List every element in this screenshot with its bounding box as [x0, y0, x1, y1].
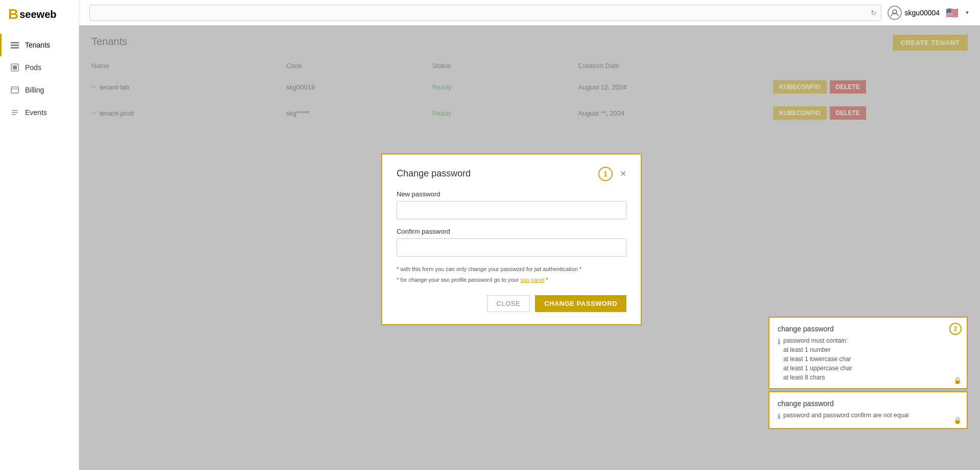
search-bar-container: ↻	[89, 5, 881, 21]
notif1-step-badge: 2	[949, 323, 962, 335]
sidebar-item-tenants-label: Tenants	[25, 41, 50, 49]
sidebar-item-billing-label: Billing	[25, 86, 44, 94]
form-note1: * with this form you can only change you…	[396, 265, 626, 274]
notif1-body: ℹ password must contain:at least 1 numbe…	[778, 336, 959, 382]
notification-area: change password ℹ password must contain:…	[768, 317, 968, 429]
sidebar-nav: Tenants Pods Billing Events	[0, 34, 79, 124]
confirm-password-label: Confirm password	[396, 228, 626, 235]
logo-area: Bseeweb	[0, 0, 79, 29]
close-modal-button[interactable]: CLOSE	[487, 295, 530, 312]
info-icon-1: ℹ	[778, 337, 780, 347]
info-icon-2: ℹ	[778, 411, 780, 422]
sso-panel-link[interactable]: sso panel	[520, 277, 544, 283]
username-label: skgu00004	[905, 9, 940, 17]
svg-rect-5	[11, 87, 18, 93]
content-area: Tenants CREATE TENANT Name Code Status C…	[79, 26, 980, 470]
sidebar: Bseeweb Tenants Pods Billing Events	[0, 0, 79, 470]
modal-step-badge: 1	[598, 167, 613, 181]
modal-header: Change password 1 ✕	[396, 167, 626, 181]
notif2-title: change password	[778, 399, 959, 408]
flag-dropdown-icon[interactable]: ▼	[965, 10, 970, 15]
pods-icon	[10, 62, 20, 73]
svg-rect-1	[11, 44, 19, 46]
sidebar-item-tenants[interactable]: Tenants	[0, 34, 79, 56]
user-info[interactable]: skgu00004	[888, 6, 940, 20]
modal-close-x-button[interactable]: ✕	[620, 169, 626, 178]
notif2-body: ℹ password and password confirm are not …	[778, 411, 959, 422]
change-password-button[interactable]: CHANGE PASSWORD	[535, 295, 626, 312]
billing-icon	[10, 85, 20, 95]
topbar: ↻ skgu00004 🇺🇸 ▼	[79, 0, 980, 26]
svg-rect-4	[13, 65, 17, 70]
new-password-label: New password	[396, 190, 626, 198]
sidebar-item-events[interactable]: Events	[0, 101, 79, 124]
sidebar-item-pods[interactable]: Pods	[0, 56, 79, 79]
change-password-modal: Change password 1 ✕ New password Confirm…	[381, 153, 642, 325]
refresh-icon[interactable]: ↻	[871, 9, 877, 17]
logo-seeweb: seeweb	[19, 9, 56, 20]
sidebar-item-pods-label: Pods	[25, 63, 41, 72]
flag-icon[interactable]: 🇺🇸	[946, 7, 959, 19]
modal-actions: CLOSE CHANGE PASSWORD	[396, 295, 626, 312]
notif1-title: change password	[778, 325, 959, 333]
new-password-group: New password	[396, 190, 626, 219]
lock-icon-2: 🔒	[953, 416, 962, 424]
sidebar-item-events-label: Events	[25, 108, 47, 117]
confirm-password-input[interactable]	[396, 238, 626, 257]
topbar-right: skgu00004 🇺🇸 ▼	[888, 6, 970, 20]
svg-rect-2	[11, 47, 19, 49]
form-note2: * for change your sso profile password g…	[396, 276, 626, 285]
logo: Bseeweb	[8, 6, 71, 23]
new-password-input[interactable]	[396, 201, 626, 219]
notification-panel-2: change password ℹ password and password …	[768, 391, 968, 429]
notification-panel-1: change password ℹ password must contain:…	[768, 317, 968, 389]
user-avatar-icon	[888, 6, 902, 20]
main-area: ↻ skgu00004 🇺🇸 ▼ Tenants CREATE TENANT N…	[79, 0, 980, 470]
sidebar-item-billing[interactable]: Billing	[0, 79, 79, 101]
modal-header-right: 1 ✕	[598, 167, 626, 181]
tenants-icon	[10, 40, 20, 50]
svg-rect-0	[11, 42, 19, 43]
search-input[interactable]	[95, 9, 876, 16]
modal-title: Change password	[396, 168, 471, 179]
confirm-password-group: Confirm password	[396, 228, 626, 257]
events-icon	[10, 107, 20, 118]
logo-b: B	[8, 6, 18, 23]
lock-icon-1: 🔒	[953, 376, 962, 384]
